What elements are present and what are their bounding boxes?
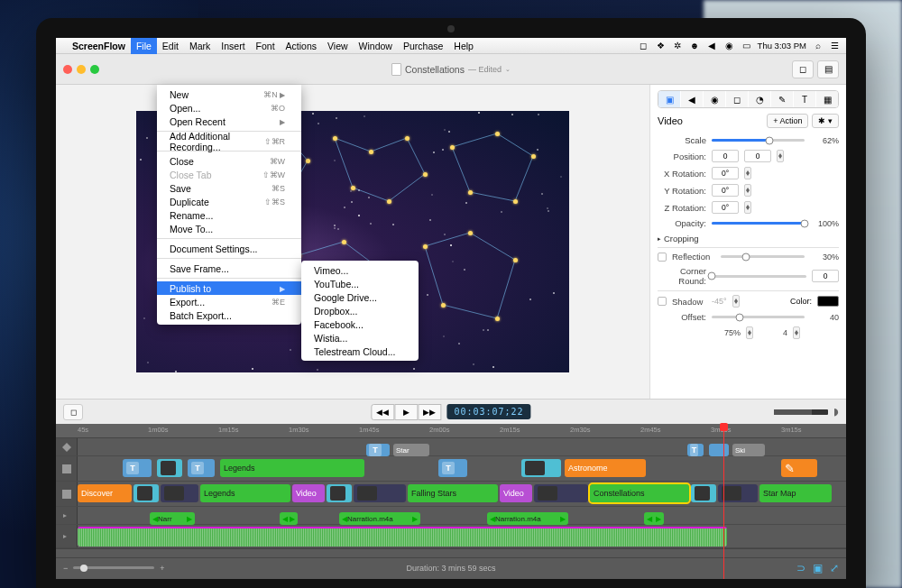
scale-slider[interactable] [712, 139, 805, 142]
yrot-stepper[interactable] [744, 184, 751, 197]
zoom-window-button[interactable] [90, 65, 99, 74]
tray-bear-icon[interactable]: ☻ [689, 40, 701, 51]
inspector-gear-button[interactable]: ✱ ▾ [812, 114, 839, 128]
clip[interactable]: ◀ ▶ [644, 512, 664, 525]
track3-head[interactable] [56, 482, 78, 506]
menubar-file[interactable]: File [131, 38, 157, 54]
menubar-font[interactable]: Font [251, 38, 281, 54]
clip[interactable]: Star [393, 444, 429, 456]
tray-video-icon[interactable]: ◻ [638, 40, 649, 51]
file-menu-close-tab[interactable]: Close Tab⇧⌘W [157, 168, 301, 181]
inspector-tab-audio[interactable]: ◀ [681, 91, 703, 107]
track4-head[interactable] [56, 507, 78, 524]
inspector-tab-callout[interactable]: ◻ [726, 91, 748, 107]
file-menu-export-[interactable]: Export...⌘E [157, 295, 301, 308]
position-x-input[interactable]: 0 [712, 150, 739, 162]
clip[interactable]: Ski [732, 444, 765, 456]
menubar-mark[interactable]: Mark [184, 38, 216, 54]
clip[interactable]: ◀ ▶ [280, 512, 298, 525]
xrot-input[interactable]: 0° [712, 167, 739, 179]
menubar-view[interactable]: View [322, 38, 354, 54]
xrot-stepper[interactable] [744, 167, 751, 179]
clip[interactable]: Astronome [565, 459, 646, 477]
file-menu-document-settings-[interactable]: Document Settings... [157, 242, 301, 255]
opacity2-stepper2[interactable] [793, 326, 800, 339]
toolbar-square-button[interactable]: ◻ [792, 60, 814, 78]
clip[interactable]: Video [292, 484, 325, 502]
corner-round-input[interactable]: 0 [812, 270, 839, 282]
clip[interactable] [521, 459, 561, 477]
clip[interactable]: ✎ [781, 459, 817, 477]
shadow-checkbox[interactable] [658, 297, 667, 306]
document-proxy-icon[interactable] [391, 63, 401, 76]
zoom-in-icon[interactable]: + [160, 564, 164, 573]
clip[interactable] [327, 484, 352, 502]
clip[interactable]: Discover [78, 484, 132, 502]
clip[interactable]: Legends [220, 459, 364, 477]
track5-head[interactable] [56, 525, 78, 547]
notification-center-icon[interactable]: ☰ [829, 40, 841, 51]
magnet-icon[interactable]: ⊃ [796, 562, 805, 574]
offset-slider[interactable] [712, 316, 805, 318]
clip[interactable] [534, 484, 588, 502]
file-menu-save-frame-[interactable]: Save Frame... [157, 262, 301, 275]
position-stepper[interactable] [777, 150, 784, 162]
crop-tool-button[interactable]: ◻ [63, 404, 83, 420]
publish-telestream-cloud-[interactable]: Telestream Cloud... [301, 345, 419, 358]
clip[interactable]: Falling Stars [408, 484, 498, 502]
file-menu-open-[interactable]: Open...⌘O [157, 101, 301, 115]
tray-wifi-icon[interactable]: ◉ [723, 40, 735, 51]
opacity2-stepper[interactable] [746, 326, 753, 339]
shadow-color-swatch[interactable] [817, 296, 839, 307]
inspector-tab-text[interactable]: T [794, 91, 815, 107]
clip[interactable]: T [123, 459, 152, 477]
inspector-tab-touch[interactable]: ◔ [749, 91, 770, 107]
file-menu-duplicate[interactable]: Duplicate⇧⌘S [157, 195, 301, 208]
zrot-input[interactable]: 0° [712, 201, 739, 214]
clip[interactable] [133, 484, 159, 502]
clip[interactable] [709, 444, 729, 456]
app-name[interactable]: ScreenFlow [67, 38, 131, 54]
corner-round-slider[interactable] [712, 275, 806, 278]
spotlight-icon[interactable]: ⌕ [812, 40, 824, 51]
inspector-tab-annotate[interactable]: ✎ [771, 91, 793, 107]
add-action-button[interactable]: + Action [767, 114, 808, 128]
publish-youtube-[interactable]: YouTube... [301, 277, 419, 290]
tray-volume-icon[interactable]: ◀ [706, 40, 718, 51]
file-menu-move-to-[interactable]: Move To... [157, 222, 301, 235]
file-menu-save[interactable]: Save⌘S [157, 181, 301, 195]
clip[interactable]: ◀ Narration.m4a ▶ [487, 512, 568, 525]
publish-dropbox-[interactable]: Dropbox... [301, 304, 419, 317]
zoom-slider[interactable] [73, 566, 154, 569]
clip[interactable]: Video [500, 484, 532, 502]
publish-wistia-[interactable]: Wistia... [301, 331, 419, 345]
track2-head[interactable] [56, 456, 78, 481]
zoom-out-icon[interactable]: − [63, 564, 68, 573]
cropping-section[interactable]: Cropping [664, 234, 699, 243]
tray-screenshot-icon[interactable]: ✲ [672, 40, 684, 51]
headphone-icon[interactable]: ◗ [833, 406, 839, 418]
expand-icon[interactable]: ⤢ [830, 562, 839, 574]
tray-battery-icon[interactable]: ▭ [741, 40, 752, 51]
inspector-tab-screen[interactable]: ◉ [704, 91, 725, 107]
file-menu-publish-to[interactable]: Publish to ▶ [157, 281, 301, 295]
clip[interactable]: T [438, 459, 467, 477]
menubar-help[interactable]: Help [448, 38, 479, 54]
clip[interactable]: ◀ Narration.m4a ▶ [339, 512, 420, 525]
file-menu-close[interactable]: Close⌘W [157, 154, 301, 168]
publish-vimeo-[interactable]: Vimeo... [301, 263, 419, 277]
minimize-window-button[interactable] [77, 65, 86, 74]
clip[interactable] [354, 484, 406, 502]
reflection-slider[interactable] [721, 255, 805, 258]
file-menu-add-additional-recording-[interactable]: Add Additional Recording...⇧⌘R [157, 134, 301, 148]
yrot-input[interactable]: 0° [712, 184, 739, 197]
clip[interactable]: T [687, 444, 704, 456]
zrot-stepper[interactable] [744, 201, 751, 214]
tray-dropbox-icon[interactable]: ❖ [655, 40, 667, 51]
clip[interactable]: T [188, 459, 215, 477]
menubar-edit[interactable]: Edit [157, 38, 184, 54]
clip[interactable] [161, 484, 198, 502]
menubar-clock[interactable]: Thu 3:03 PM [758, 41, 806, 51]
publish-google-drive-[interactable]: Google Drive... [301, 290, 419, 304]
file-menu-batch-export-[interactable]: Batch Export... [157, 308, 301, 322]
